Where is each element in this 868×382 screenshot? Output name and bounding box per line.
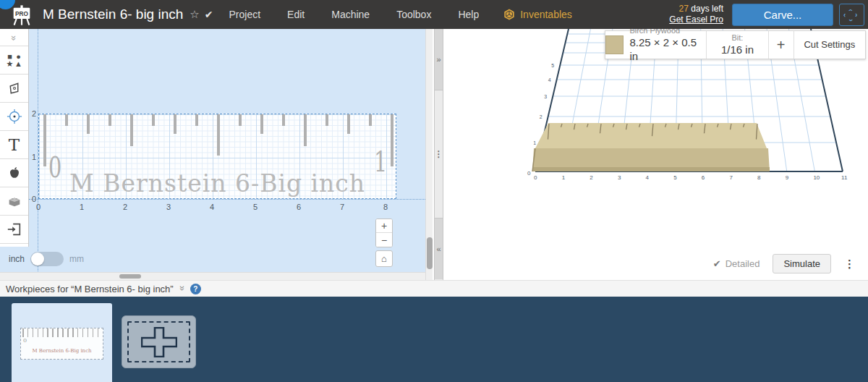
thumbnail-label: M Bernstein 6-Big inch: [21, 348, 103, 354]
x-axis-label: 2: [123, 203, 127, 211]
zoom-in-button[interactable]: +: [376, 219, 392, 233]
trial-status: 27 days left Get Easel Pro: [669, 4, 723, 25]
preview-3d-panel[interactable]: 01234567891011123450 Birch Plywood 8.25 …: [443, 29, 868, 280]
bit-value: 1/16 in: [721, 43, 754, 57]
cut-settings-button[interactable]: Cut Settings: [794, 31, 865, 59]
svg-text:1: 1: [533, 140, 536, 145]
import-tool-button[interactable]: [0, 216, 28, 244]
main-menu: ProjectEditMachineToolboxHelp: [229, 9, 480, 20]
menu-item-toolbox[interactable]: Toolbox: [396, 9, 431, 20]
inventables-link[interactable]: Inventables: [503, 9, 572, 20]
svg-text:2: 2: [590, 174, 593, 181]
ruler-tick: [43, 114, 46, 166]
arrow-right-icon: ›: [855, 12, 857, 19]
x-axis-label: 4: [210, 203, 214, 211]
drill-origin-tool-button[interactable]: [0, 103, 28, 131]
x-axis-label: 1: [80, 203, 84, 211]
favorite-star-icon[interactable]: ☆: [190, 8, 199, 21]
material-name: Birch Plywood: [629, 29, 706, 36]
days-left-text: 27 days left: [669, 4, 723, 14]
units-toggle-row: inch mm: [9, 252, 84, 266]
svg-text:1: 1: [562, 174, 566, 181]
text-tool-button[interactable]: T: [0, 131, 28, 159]
horizontal-scrollbar[interactable]: [0, 272, 425, 280]
jog-machine-button[interactable]: › › › ›: [839, 4, 864, 26]
text-tool-icon: T: [9, 135, 20, 154]
more-options-kebab-icon[interactable]: ⋮: [844, 258, 855, 271]
pen-tool-button[interactable]: [0, 75, 28, 103]
divider-expand-left-button[interactable]: «: [435, 218, 443, 279]
workpiece-thumbnail-selected[interactable]: 0 M Bernstein 6-Big inch: [12, 303, 112, 382]
svg-text:7: 7: [729, 174, 733, 181]
carve-button[interactable]: Carve...: [732, 4, 833, 26]
x-axis-label: 7: [340, 203, 344, 211]
top-menu-bar: PRO M Bernstein 6- big inch ☆ ✔ ProjectE…: [0, 0, 868, 29]
simulate-button[interactable]: Simulate: [773, 254, 831, 273]
menu-item-edit[interactable]: Edit: [287, 9, 305, 20]
vertical-scrollbar[interactable]: [425, 29, 433, 280]
ruler-tick: [87, 114, 90, 134]
menu-item-project[interactable]: Project: [229, 9, 261, 20]
ruler-tick: [109, 114, 111, 126]
svg-text:10: 10: [813, 174, 820, 181]
get-easel-pro-link[interactable]: Get Easel Pro: [669, 14, 723, 25]
svg-text:3: 3: [544, 94, 547, 99]
toolbar-collapse-button[interactable]: »: [0, 29, 28, 46]
inventables-label: Inventables: [520, 9, 572, 20]
ruler-tick: [347, 114, 350, 134]
ruler-tick: [369, 114, 372, 126]
project-title[interactable]: M Bernstein 6- big inch: [43, 7, 183, 22]
x-axis-label: 5: [253, 203, 258, 211]
svg-text:4: 4: [646, 174, 650, 181]
svg-text:9: 9: [786, 174, 789, 181]
svg-text:5: 5: [673, 174, 677, 181]
tool-palette: » ■●★▲ T: [0, 29, 29, 247]
home-view-button[interactable]: ⌂: [375, 250, 393, 267]
ruler-tick: [326, 114, 328, 126]
detailed-toggle[interactable]: ✔ Detailed: [713, 258, 760, 269]
arrow-up-icon: ›: [847, 9, 854, 11]
svg-text:6: 6: [702, 174, 705, 181]
horizontal-scroll-thumb[interactable]: [119, 274, 141, 279]
material-blocks-tool-button[interactable]: [0, 187, 28, 216]
add-bit-button[interactable]: +: [769, 31, 794, 59]
workpiece-material[interactable]: 0 1 M Bernstein 6-Big inch: [38, 114, 396, 199]
x-axis-label: 8: [383, 203, 388, 211]
add-workpiece-button[interactable]: [122, 315, 196, 368]
bit-section[interactable]: Bit: 1/16 in: [707, 31, 769, 59]
easel-app: PRO M Bernstein 6- big inch ☆ ✔ ProjectE…: [0, 0, 868, 382]
topbar-right-group: 27 days left Get Easel Pro Carve... › › …: [669, 4, 864, 26]
material-dimensions: 8.25 × 2 × 0.5 in: [629, 36, 706, 64]
ruler-tick: [260, 114, 263, 134]
apps-tool-button[interactable]: [0, 159, 28, 187]
divider-expand-right-button[interactable]: »: [435, 29, 443, 90]
x-axis-line: [29, 199, 425, 200]
ruler-tick: [130, 114, 133, 146]
vertical-scroll-thumb[interactable]: [427, 237, 433, 269]
design-canvas[interactable]: 0 1 M Bernstein 6-Big inch 012345678 210…: [0, 29, 425, 280]
menu-item-help[interactable]: Help: [458, 9, 479, 20]
pen-nib-icon: [7, 80, 22, 96]
material-section[interactable]: Birch Plywood 8.25 × 2 × 0.5 in: [605, 31, 707, 59]
ruler-tick: [217, 114, 220, 156]
unit-toggle-switch[interactable]: [30, 252, 64, 266]
x-axis-label: 0: [36, 203, 41, 211]
inventables-hexagon-icon: [503, 9, 515, 20]
zoom-out-button[interactable]: −: [376, 233, 392, 247]
workpieces-tray: 0 M Bernstein 6-Big inch: [0, 297, 868, 382]
ruler-tick: [174, 114, 176, 134]
shapes-tool-button[interactable]: ■●★▲: [0, 46, 28, 75]
divider-drag-handle[interactable]: ⋮: [435, 90, 443, 218]
easel-pro-logo-icon[interactable]: PRO: [9, 3, 34, 26]
svg-text:11: 11: [841, 174, 848, 181]
menu-item-machine[interactable]: Machine: [331, 9, 370, 20]
ruler-engraved-text[interactable]: M Bernstein 6-Big inch: [39, 169, 396, 198]
help-icon[interactable]: ?: [190, 284, 201, 294]
panel-divider[interactable]: » ⋮ «: [434, 29, 443, 280]
simulate-row: ✔ Detailed Simulate ⋮: [713, 254, 855, 273]
thumbnail-zero: 0: [23, 337, 27, 344]
saved-check-icon: ✔: [205, 9, 213, 20]
ruler-tick: [195, 114, 198, 126]
workpieces-collapse-icon[interactable]: «: [176, 286, 187, 290]
svg-text:0: 0: [527, 170, 531, 177]
